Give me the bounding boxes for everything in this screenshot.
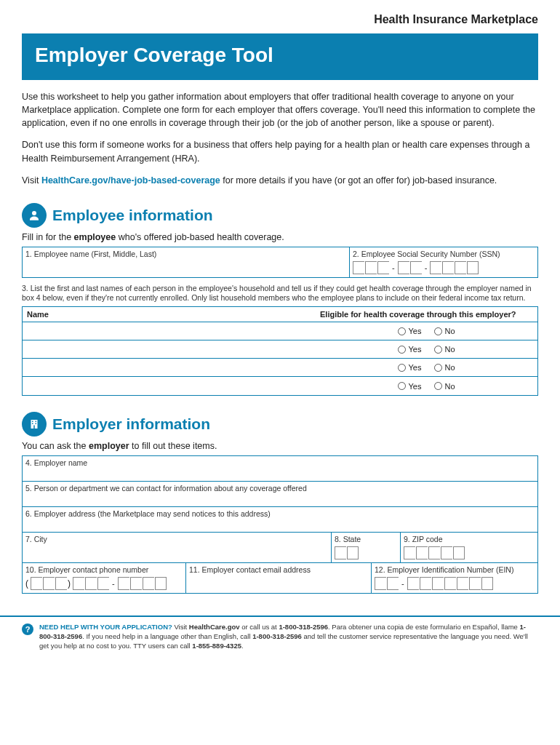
household-note: 3. List the first and last names of each… xyxy=(22,284,538,303)
svg-point-0 xyxy=(32,211,36,215)
intro-p1: Use this worksheet to help you gather in… xyxy=(22,90,538,130)
eligible-yes-radio[interactable]: Yes xyxy=(398,363,421,372)
household-table: Name Eligible for health coverage throug… xyxy=(22,306,538,396)
employee-ssn-field[interactable]: 2. Employee Social Security Number (SSN)… xyxy=(349,247,538,277)
col-name: Name xyxy=(23,307,316,322)
household-row: Yes No xyxy=(23,322,537,340)
ssn-boxes[interactable]: - - xyxy=(353,260,535,276)
eligible-no-radio[interactable]: No xyxy=(434,345,455,354)
svg-rect-2 xyxy=(32,421,33,423)
page-title: Employer Coverage Tool xyxy=(22,33,538,80)
brand-title: Health Insurance Marketplace xyxy=(22,13,538,26)
employer-email-field[interactable]: 11. Employer contact email address xyxy=(185,563,371,593)
svg-rect-3 xyxy=(36,421,37,423)
svg-rect-6 xyxy=(33,426,35,429)
household-name-input[interactable] xyxy=(23,348,316,351)
help-text: NEED HELP WITH YOUR APPLICATION? Visit H… xyxy=(39,623,538,650)
employer-address-field[interactable]: 6. Employer address (the Marketplace may… xyxy=(22,507,538,532)
intro-text: Use this worksheet to help you gather in… xyxy=(22,90,538,187)
eligible-yes-radio[interactable]: Yes xyxy=(398,327,421,335)
employer-ein-field[interactable]: 12. Employer Identification Number (EIN)… xyxy=(371,563,538,593)
employee-heading: Employee information xyxy=(52,207,213,224)
employee-row-1: 1. Employee name (First, Middle, Last) 2… xyxy=(22,247,538,278)
employer-state-field[interactable]: 8. State xyxy=(331,533,400,562)
household-name-input[interactable] xyxy=(23,330,316,332)
employer-name-field[interactable]: 4. Employer name xyxy=(22,456,538,481)
household-row: Yes No xyxy=(23,359,537,377)
employer-subtext: You can ask the employer to fill out the… xyxy=(22,441,538,451)
intro-p2: Don't use this form if someone works for… xyxy=(22,138,538,164)
employer-zip-field[interactable]: 9. ZIP code xyxy=(400,533,538,562)
employee-section-header: Employee information xyxy=(22,203,538,228)
eligible-no-radio[interactable]: No xyxy=(434,327,455,335)
col-eligible: Eligible for health coverage through thi… xyxy=(316,307,537,322)
employee-name-field[interactable]: 1. Employee name (First, Middle, Last) xyxy=(22,247,349,277)
employer-heading: Employer information xyxy=(52,415,210,433)
intro-p3: Visit HealthCare.gov/have-job-based-cove… xyxy=(22,174,538,187)
healthcare-link[interactable]: HealthCare.gov xyxy=(189,623,240,631)
svg-rect-4 xyxy=(32,423,33,425)
help-footer: ? NEED HELP WITH YOUR APPLICATION? Visit… xyxy=(0,615,560,661)
employer-fields: 4. Employer name 5. Person or department… xyxy=(22,455,538,594)
household-header: Name Eligible for health coverage throug… xyxy=(23,307,537,322)
question-icon: ? xyxy=(22,624,33,635)
eligible-no-radio[interactable]: No xyxy=(434,382,455,391)
employer-city-field[interactable]: 7. City xyxy=(22,533,331,562)
job-coverage-link[interactable]: HealthCare.gov/have-job-based-coverage xyxy=(41,175,220,186)
person-icon xyxy=(22,203,47,228)
employee-subtext: Fill in for the employee who's offered j… xyxy=(22,232,538,242)
employer-contact-person-field[interactable]: 5. Person or department we can contact f… xyxy=(22,482,538,506)
household-row: Yes No xyxy=(23,340,537,359)
household-row: Yes No xyxy=(23,377,537,395)
building-icon xyxy=(22,412,47,437)
eligible-yes-radio[interactable]: Yes xyxy=(398,382,421,391)
employer-section-header: Employer information xyxy=(22,412,538,437)
household-name-input[interactable] xyxy=(23,366,316,369)
household-name-input[interactable] xyxy=(23,385,316,388)
employer-phone-field[interactable]: 10. Employer contact phone number ( ) - xyxy=(22,563,185,593)
eligible-no-radio[interactable]: No xyxy=(434,363,455,372)
eligible-yes-radio[interactable]: Yes xyxy=(398,345,421,354)
svg-rect-5 xyxy=(36,423,37,425)
